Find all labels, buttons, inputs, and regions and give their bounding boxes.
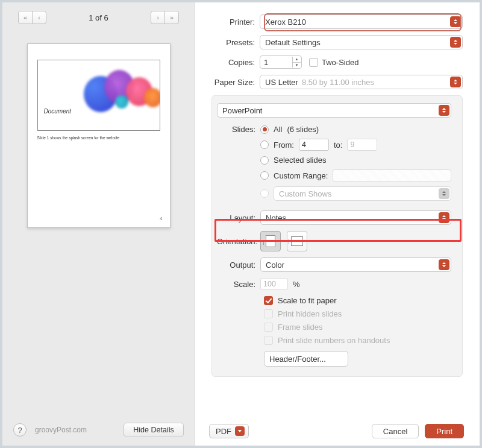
printer-value: Xerox B210 [265, 17, 306, 27]
arrow-up-icon: ↑ [261, 237, 266, 247]
app-options-panel: PowerPoint Slides: All (6 slides) From: … [211, 95, 463, 377]
paper-size-label: Paper Size: [196, 78, 260, 87]
watermark-text: groovyPost.com [35, 426, 87, 434]
preview-panel: « ‹ 1 of 6 › » Document Slide 1 shows th… [2, 2, 195, 446]
print-button[interactable]: Print [425, 424, 464, 438]
print-hidden-checkbox [264, 309, 273, 318]
presets-dropdown[interactable]: Default Settings [260, 35, 463, 49]
slides-to-input[interactable]: 9 [347, 139, 377, 151]
slides-custom-range-input[interactable] [333, 169, 451, 181]
slides-label: Slides: [217, 125, 260, 202]
header-footer-button[interactable]: Header/Footer... [264, 351, 348, 367]
copies-value: 1 [264, 58, 268, 67]
scale-to-fit-label: Scale to fit paper [278, 296, 337, 305]
arrow-up-icon: ↑ [287, 236, 291, 246]
chevron-updown-icon [439, 188, 449, 199]
slides-custom-range-label: Custom Range: [274, 171, 328, 180]
app-dropdown[interactable]: PowerPoint [217, 103, 451, 118]
print-hidden-label: Print hidden slides [278, 309, 342, 318]
orientation-label: Orientation: [217, 237, 260, 246]
slides-all-count: (6 slides) [287, 125, 319, 134]
cancel-button[interactable]: Cancel [372, 424, 419, 438]
printer-dropdown[interactable]: Xerox B210 [260, 14, 463, 29]
layout-dropdown[interactable]: Notes [260, 210, 451, 225]
slides-from-label: From: [274, 140, 294, 150]
page-counter: 1 of 6 [89, 13, 108, 22]
frame-slides-label: Frame slides [278, 323, 322, 332]
dialog-footer: PDF Cancel Print [196, 424, 480, 438]
pdf-label: PDF [216, 427, 231, 436]
help-button[interactable]: ? [13, 423, 27, 437]
printer-label: Printer: [196, 17, 260, 27]
prev-page-button[interactable]: ‹ [32, 11, 46, 24]
output-label: Output: [217, 260, 260, 270]
output-dropdown[interactable]: Color [260, 257, 451, 272]
custom-shows-value: Custom Shows [279, 189, 331, 198]
preview-page-number: 4 [160, 216, 162, 221]
chevron-down-icon [235, 426, 245, 436]
step-down-icon[interactable]: ▼ [292, 63, 301, 68]
orientation-landscape-button[interactable]: ↑ [287, 231, 307, 251]
page-portrait-icon [266, 235, 275, 247]
splash-graphic [79, 64, 157, 124]
slides-all-label: All [274, 125, 282, 134]
custom-shows-dropdown: Custom Shows [274, 186, 451, 201]
print-slide-numbers-checkbox [264, 336, 273, 345]
output-value: Color [266, 260, 284, 270]
frame-slides-checkbox [264, 323, 273, 332]
two-sided-checkbox[interactable] [309, 58, 318, 67]
chevron-updown-icon [450, 37, 461, 48]
chevron-updown-icon [439, 212, 449, 223]
scale-label: Scale: [217, 280, 260, 289]
slides-custom-range-radio[interactable] [260, 171, 269, 180]
slide-title-text: Document [44, 108, 72, 115]
scale-percent: % [293, 280, 300, 289]
chevron-updown-icon [450, 77, 461, 87]
paper-size-detail: 8.50 by 11.00 inches [302, 78, 374, 87]
next-page-button[interactable]: › [151, 11, 165, 24]
paper-size-dropdown[interactable]: US Letter 8.50 by 11.00 inches [260, 75, 463, 89]
app-dropdown-value: PowerPoint [222, 106, 262, 115]
last-page-button[interactable]: » [164, 11, 179, 24]
slide-thumbnail: Document [37, 60, 160, 131]
two-sided-label: Two-Sided [322, 58, 358, 67]
chevron-updown-icon [439, 259, 449, 270]
presets-label: Presets: [196, 38, 260, 47]
print-preview-page: Document Slide 1 shows the splash screen… [27, 43, 171, 228]
slides-selected-label: Selected slides [274, 156, 326, 165]
copies-label: Copies: [196, 58, 260, 67]
settings-panel: Printer: Xerox B210 Presets: Default Set… [196, 2, 480, 446]
page-landscape-icon [291, 236, 303, 246]
slides-custom-shows-radio [260, 189, 269, 198]
chevron-updown-icon [450, 16, 461, 27]
orientation-portrait-button[interactable]: ↑ [260, 231, 281, 251]
layout-value: Notes [266, 213, 286, 222]
step-up-icon[interactable]: ▲ [292, 57, 301, 63]
hide-details-button[interactable]: Hide Details [124, 423, 184, 437]
preview-nav: « ‹ 1 of 6 › » [2, 2, 195, 30]
paper-size-value: US Letter [265, 78, 298, 87]
slide-notes-text: Slide 1 shows the splash screen for the … [37, 136, 160, 140]
print-slide-numbers-label: Print slide numbers on handouts [278, 336, 390, 345]
pdf-dropdown-button[interactable]: PDF [209, 424, 249, 438]
first-page-button[interactable]: « [18, 11, 33, 24]
scale-input: 100 [260, 278, 288, 290]
slides-to-label: to: [334, 140, 342, 150]
layout-label: Layout: [217, 213, 260, 222]
header-footer-label: Header/Footer... [269, 355, 326, 364]
slides-from-radio[interactable] [260, 140, 269, 149]
slides-from-input[interactable]: 4 [299, 139, 329, 151]
slides-selected-radio[interactable] [260, 156, 269, 165]
chevron-updown-icon [439, 105, 449, 116]
slides-all-radio[interactable] [260, 125, 269, 134]
scale-to-fit-checkbox[interactable] [264, 296, 273, 305]
presets-value: Default Settings [265, 38, 321, 47]
copies-stepper[interactable]: 1 ▲▼ [260, 55, 302, 69]
